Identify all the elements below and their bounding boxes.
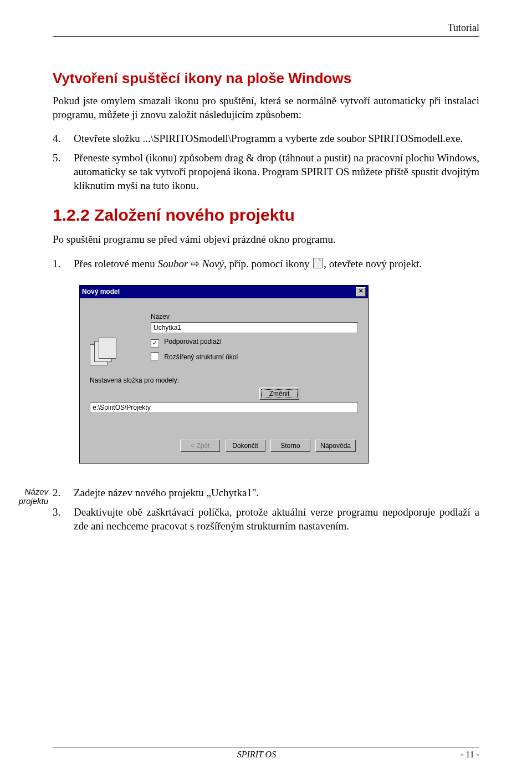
new-document-icon [313, 258, 323, 268]
footer-center: SPIRIT OS [53, 750, 461, 760]
change-folder-button[interactable]: Změnit [259, 388, 299, 400]
dialog-titlebar[interactable]: Nový model ✕ [80, 286, 368, 298]
dialog-illustration [90, 313, 140, 364]
help-button[interactable]: Nápověda [315, 440, 356, 452]
folder-label: Nastavená složka pro modely: [90, 376, 358, 384]
checkbox-floors-label: Podporovat podlaží [164, 338, 221, 345]
heading-new-project: 1.2.2 Založení nového projektu [53, 206, 479, 225]
list-body: Zadejte název nového projektu „Uchytka1"… [74, 486, 479, 500]
intro-paragraph-1: Pokud jste omylem smazali ikonu pro spuš… [53, 94, 479, 121]
arrow-right-icon: ⇨ [191, 257, 200, 271]
menu-name: Soubor [157, 258, 188, 269]
list-number: 1. [53, 257, 74, 271]
text-fragment: příp. pomocí ikony [229, 258, 312, 269]
cancel-button[interactable]: Storno [270, 440, 310, 452]
intro-paragraph-2: Po spuštění programu se před vámi objeví… [53, 232, 479, 246]
page-header: Tutorial [53, 22, 479, 37]
dialog-title: Nový model [82, 288, 356, 296]
menu-item-name: Nový, [202, 258, 227, 269]
list-number: 3. [53, 505, 74, 533]
list-item: 4. Otevřete složku ...\SPIRITOSmodell\Pr… [53, 131, 479, 145]
margin-note-project-name: Název projektu [0, 487, 48, 506]
checkbox-extended-label: Rozšířený strukturní úkol [164, 353, 238, 361]
name-input[interactable] [151, 322, 358, 333]
text-fragment: , otevřete nový projekt. [324, 258, 422, 269]
list-number: 4. [53, 131, 74, 145]
dialog-new-model: Nový model ✕ Název ✓ Podporovat podlaží [79, 285, 369, 464]
list-item: 2. Zadejte název nového projektu „Uchytk… [53, 486, 479, 500]
footer-page-number: - 11 - [461, 750, 479, 760]
checkbox-extended[interactable] [151, 352, 159, 360]
list-number: 5. [53, 151, 74, 192]
list-number: 2. [53, 486, 74, 500]
heading-create-icon: Vytvoření spuštěcí ikony na ploše Window… [53, 70, 479, 87]
list-body: Deaktivujte obě zaškrtávací políčka, pro… [74, 505, 479, 533]
name-label: Název [151, 313, 358, 320]
list-body: Otevřete složku ...\SPIRITOSmodell\Progr… [74, 131, 479, 145]
page-footer: SPIRIT OS - 11 - [53, 747, 479, 760]
list-item: 5. Přeneste symbol (ikonu) způsobem drag… [53, 151, 479, 192]
list-body: Přes roletové menu Soubor ⇨ Nový, příp. … [74, 257, 479, 271]
list-item: 1. Přes roletové menu Soubor ⇨ Nový, pří… [53, 257, 479, 271]
list-body: Přeneste symbol (ikonu) způsobem drag & … [74, 151, 479, 192]
finish-button[interactable]: Dokončit [226, 440, 265, 452]
list-item: 3. Deaktivujte obě zaškrtávací políčka, … [53, 505, 479, 533]
checkbox-floors[interactable]: ✓ [151, 339, 159, 348]
text-fragment: Přes roletové menu [74, 258, 157, 269]
folder-input[interactable] [90, 402, 358, 413]
documents-stack-icon [90, 338, 117, 364]
close-icon[interactable]: ✕ [356, 287, 366, 297]
back-button: < Zpět [180, 440, 220, 452]
